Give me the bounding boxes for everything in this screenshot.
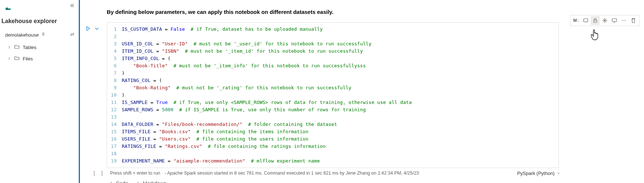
line-number: 14	[107, 121, 122, 128]
code-line[interactable]: 19EXPERIMENT_NAME = "aisample-recommenda…	[107, 157, 559, 165]
add-markdown-cell-button[interactable]: Markdown	[135, 180, 167, 183]
monitor-icon[interactable]	[610, 16, 619, 25]
code-line[interactable]: 8RATING_COL = (	[107, 77, 559, 84]
code-cell: M↓	[81, 22, 640, 183]
code-editor[interactable]: 1IS_CUSTOM_DATA = False # if True, datas…	[107, 22, 559, 168]
explorer-title: Lakehouse explorer	[0, 16, 78, 30]
line-number: 18	[107, 150, 122, 157]
swap-icon[interactable]	[70, 32, 75, 38]
svg-rect-3	[612, 19, 616, 22]
run-cell-button[interactable]	[85, 26, 91, 32]
tablet-icon[interactable]	[581, 16, 590, 25]
svg-rect-2	[594, 20, 597, 22]
lakehouse-row[interactable]: demolakehouse	[0, 30, 78, 42]
lakehouse-logo-icon	[0, 3, 78, 16]
delete-cell-button[interactable]	[629, 16, 638, 25]
code-line[interactable]: 2	[107, 33, 559, 40]
code-line[interactable]: 18	[107, 150, 559, 157]
chevron-right-icon	[7, 56, 11, 61]
folder-icon	[14, 55, 20, 62]
line-number: 11	[107, 99, 122, 106]
code-line[interactable]: 12SAMPLE_ROWS = 5000 # if IS_SAMPLE is T…	[107, 106, 559, 113]
pin-icon[interactable]	[41, 32, 45, 38]
line-number: 17	[107, 143, 122, 150]
sidebar-folder-item[interactable]: Tables	[0, 42, 78, 53]
cursor-hand-icon	[590, 29, 600, 42]
cell-toolbar: M↓	[570, 15, 640, 26]
line-number: 4	[107, 48, 122, 55]
line-number: 8	[107, 77, 122, 84]
more-options-button[interactable]	[619, 16, 628, 25]
line-number: 6	[107, 62, 122, 70]
code-line[interactable]: 16USERS_FILE = "Users.csv" # file contai…	[107, 135, 559, 143]
language-selector[interactable]: PySpark (Python)	[517, 171, 560, 176]
markdown-cell[interactable]: By defining below parameters, we can app…	[81, 0, 640, 22]
line-number: 12	[107, 106, 122, 113]
execution-info: - Apache Spark session started in 8 sec …	[165, 171, 419, 176]
code-line[interactable]: 5ITEM_INFO_COL = (	[107, 55, 559, 62]
folder-label: Tables	[23, 45, 37, 50]
code-line[interactable]: 17RATINGS_FILE = "Ratings.csv" # file co…	[107, 143, 559, 150]
chevron-right-icon	[7, 45, 11, 50]
execution-count: [ ]	[93, 170, 104, 176]
freeze-button[interactable]	[600, 16, 609, 25]
line-number: 13	[107, 113, 122, 121]
line-number: 19	[107, 157, 122, 165]
code-line[interactable]: 9 "Book-Rating" # must not be '_rating' …	[107, 84, 559, 92]
line-number: 3	[107, 40, 122, 48]
code-line[interactable]: 14DATA_FOLDER = "Files/book-recommendati…	[107, 121, 559, 128]
line-number: 16	[107, 135, 122, 143]
svg-point-4	[622, 20, 623, 21]
line-number: 15	[107, 128, 122, 135]
code-line[interactable]: 4ITEM_ID_COL = "ISBN" # must not be '_it…	[107, 48, 559, 55]
add-code-cell-button[interactable]: Code	[109, 180, 128, 183]
svg-point-1	[585, 21, 586, 22]
expand-cell-button[interactable]	[94, 26, 99, 32]
code-line[interactable]: 1IS_CUSTOM_DATA = False # if True, datas…	[107, 26, 559, 33]
code-line[interactable]: 11IS_SAMPLE = True # if True, use only <…	[107, 99, 559, 106]
sidebar: Lakehouse explorer demolakehouse TablesF…	[0, 0, 79, 183]
code-line[interactable]: 3USER_ID_COL = "User-ID" # must not be '…	[107, 40, 559, 48]
line-number: 1	[107, 26, 122, 33]
run-hint: Press shift + enter to run	[110, 171, 160, 176]
folder-label: Files	[23, 56, 33, 61]
code-line[interactable]: 10)	[107, 92, 559, 99]
line-number: 2	[107, 33, 122, 40]
line-number: 7	[107, 70, 122, 77]
lock-button[interactable]	[591, 16, 600, 25]
folder-icon	[14, 44, 20, 51]
code-line[interactable]: 15ITEMS_FILE = "Books.csv" # file contai…	[107, 128, 559, 135]
svg-point-6	[625, 20, 626, 21]
convert-markdown-button[interactable]: M↓	[572, 16, 581, 25]
lakehouse-name-label: demolakehouse	[5, 32, 39, 38]
svg-point-5	[623, 20, 624, 21]
line-number: 5	[107, 55, 122, 62]
code-line[interactable]: 7)	[107, 70, 559, 77]
chevron-down-icon	[557, 171, 560, 175]
code-line[interactable]: 6 "Book-Title" # must not be '_item_info…	[107, 62, 559, 70]
line-number: 9	[107, 84, 122, 92]
line-number: 10	[107, 92, 122, 99]
code-line[interactable]: 13	[107, 113, 559, 121]
collapse-sidebar-button[interactable]	[70, 3, 75, 9]
sidebar-folder-item[interactable]: Files	[0, 53, 78, 64]
